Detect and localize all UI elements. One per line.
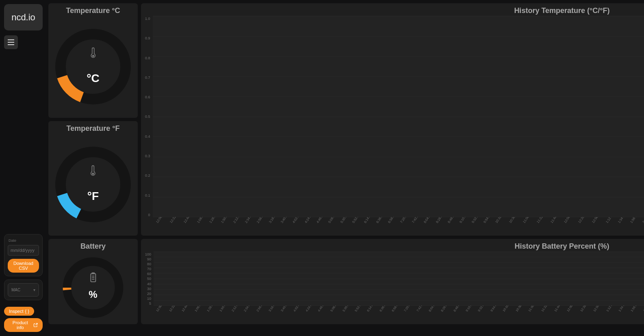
battery-icon — [89, 272, 97, 283]
temp-f-card: Temperature °F °F — [48, 121, 138, 236]
history-temp-xaxis: 12:00 AM12:22 AM12:44 AM1:06 AM1:28 AM1:… — [144, 217, 644, 233]
temp-c-gauge: °C — [52, 15, 134, 118]
history-temp-title: History Temperature (°C/°F) — [144, 7, 644, 15]
history-batt-plot — [154, 251, 644, 306]
history-batt-chart: History Battery Percent (%) 100908070605… — [141, 239, 644, 324]
sidebar: ncd.io Date Download CSV MAC ▾ Inspect {… — [0, 0, 47, 336]
menu-button[interactable] — [4, 35, 18, 49]
chevron-down-icon: ▾ — [33, 288, 35, 292]
temp-c-unit: °C — [87, 72, 99, 85]
history-temp-chart: History Temperature (°C/°F) 1.00.90.80.7… — [141, 3, 644, 236]
history-batt-title: History Battery Percent (%) — [144, 242, 644, 251]
temp-c-card: Temperature °C °C — [48, 3, 138, 118]
mac-select-label: MAC — [11, 288, 20, 292]
date-label: Date — [9, 238, 39, 243]
svg-point-6 — [92, 173, 94, 175]
product-info-button[interactable]: Product info — [4, 318, 43, 332]
battery-card: Battery % — [48, 239, 138, 324]
thermometer-icon — [89, 165, 97, 177]
temp-c-title: Temperature °C — [66, 7, 120, 15]
download-csv-button[interactable]: Download CSV — [8, 259, 39, 273]
history-temp-plot — [153, 16, 644, 217]
thermometer-icon — [89, 47, 97, 59]
mac-select[interactable]: MAC ▾ — [8, 283, 39, 297]
inspect-button[interactable]: Inspect { } — [4, 307, 34, 316]
product-info-label: Product info — [9, 320, 32, 330]
external-link-icon — [33, 323, 38, 327]
mac-panel: MAC ▾ — [4, 280, 43, 300]
inspect-label: Inspect — [9, 309, 23, 314]
date-download-panel: Date Download CSV — [4, 234, 43, 276]
battery-title: Battery — [80, 242, 106, 251]
svg-point-4 — [92, 55, 94, 57]
battery-unit: % — [89, 288, 97, 300]
bottom-buttons: Inspect { } Product info — [4, 307, 43, 332]
brand-logo: ncd.io — [4, 4, 43, 30]
temp-f-gauge: °F — [52, 133, 134, 236]
temp-f-unit: °F — [87, 190, 99, 203]
date-input[interactable] — [8, 245, 39, 256]
temp-f-title: Temperature °F — [67, 124, 120, 133]
braces-icon: { } — [25, 309, 29, 314]
hamburger-icon — [7, 39, 15, 45]
main-grid: Temperature °C °C Temperature °F °F — [47, 0, 644, 336]
history-temp-yaxis: 1.00.90.80.70.60.50.40.30.20.10 — [144, 16, 152, 217]
history-batt-xaxis: 12:00 AM12:22 AM12:44 AM1:06 AM1:28 AM1:… — [144, 306, 644, 322]
history-batt-yaxis: 1009080706050403020105 — [144, 251, 153, 306]
svg-rect-9 — [92, 273, 94, 274]
battery-gauge: % — [61, 251, 126, 324]
